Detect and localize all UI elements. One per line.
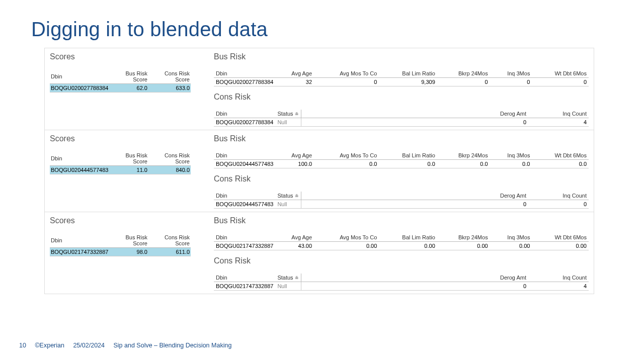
- col-derog-amt[interactable]: Derog Amt: [301, 274, 528, 282]
- col-wt-dbt-6mos[interactable]: Wt Dbt 6Mos: [532, 151, 589, 160]
- col-derog-amt[interactable]: Derog Amt: [301, 110, 528, 118]
- col-inq-count[interactable]: Inq Count: [528, 192, 589, 200]
- table-row[interactable]: BOQGU020444577483 11.0 840.0: [50, 166, 191, 174]
- sort-icon: ≞: [295, 276, 299, 281]
- cell: 0: [490, 78, 532, 86]
- cell-dbin: BOQGU020444577483: [214, 160, 275, 168]
- session-title: Sip and Solve – Blending Decision Making: [113, 342, 231, 349]
- scores-heading: Scores: [50, 216, 211, 225]
- col-inq-3mos[interactable]: Inq 3Mos: [490, 69, 532, 78]
- col-bal-lim-ratio[interactable]: Bal Lim Ratio: [379, 233, 437, 242]
- data-panel: Scores Dbin Bus Risk Score Cons Risk Sco…: [45, 48, 594, 130]
- busrisk-table: Dbin Avg Age Avg Mos To Co Bal Lim Ratio…: [214, 233, 589, 250]
- copyright: ©Experian: [35, 342, 64, 349]
- table-row[interactable]: BOQGU020444577483 100.0 0.0 0.0 0.0 0.0 …: [214, 160, 589, 168]
- consrisk-table: Dbin Status ≞ Derog Amt Inq Count BOQGU0…: [214, 110, 589, 127]
- cell-bus-score: 11.0: [109, 166, 148, 174]
- col-avg-age[interactable]: Avg Age: [275, 151, 314, 160]
- cell: 0.00: [314, 242, 379, 250]
- cell-bus-score: 62.0: [109, 84, 148, 93]
- scores-table: Dbin Bus Risk Score Cons Risk Score BOQG…: [50, 69, 191, 93]
- cell: 0: [301, 200, 528, 209]
- col-wt-dbt-6mos[interactable]: Wt Dbt 6Mos: [532, 69, 589, 78]
- consrisk-heading: Cons Risk: [214, 256, 589, 265]
- col-dbin[interactable]: Dbin: [214, 69, 275, 78]
- panels-container: Scores Dbin Bus Risk Score Cons Risk Sco…: [44, 48, 594, 294]
- col-avg-mos-to-co[interactable]: Avg Mos To Co: [314, 233, 379, 242]
- cell-dbin: BOQGU021747332887: [214, 282, 275, 291]
- table-row[interactable]: BOQGU020444577483 Null 0 0: [214, 200, 589, 209]
- col-inq-3mos[interactable]: Inq 3Mos: [490, 233, 532, 242]
- cell-dbin: BOQGU021747332887: [50, 248, 109, 256]
- col-bus-risk-score[interactable]: Bus Risk Score: [109, 69, 148, 84]
- page-number: 10: [19, 342, 26, 349]
- sort-icon: ≞: [295, 194, 299, 199]
- col-inq-count[interactable]: Inq Count: [528, 110, 589, 118]
- cell: 0: [301, 282, 528, 291]
- col-dbin[interactable]: Dbin: [214, 110, 275, 118]
- col-dbin[interactable]: Dbin: [50, 69, 109, 84]
- table-row[interactable]: BOQGU021747332887 43.00 0.00 0.00 0.00 0…: [214, 242, 589, 250]
- col-wt-dbt-6mos[interactable]: Wt Dbt 6Mos: [532, 233, 589, 242]
- busrisk-table: Dbin Avg Age Avg Mos To Co Bal Lim Ratio…: [214, 69, 589, 86]
- table-row[interactable]: BOQGU020027788384 32 0 9,309 0 0 0: [214, 78, 589, 86]
- cell-dbin: BOQGU020027788384: [50, 84, 109, 93]
- col-derog-amt[interactable]: Derog Amt: [301, 192, 528, 200]
- cell: 0.00: [532, 242, 589, 250]
- col-bus-risk-score[interactable]: Bus Risk Score: [109, 233, 148, 248]
- col-dbin[interactable]: Dbin: [214, 192, 275, 200]
- cell: 0.0: [379, 160, 437, 168]
- cell-dbin: BOQGU020027788384: [214, 118, 275, 127]
- cell: 0.0: [314, 160, 379, 168]
- cell: 0.0: [532, 160, 589, 168]
- col-bkrp-24mos[interactable]: Bkrp 24Mos: [437, 233, 490, 242]
- col-bal-lim-ratio[interactable]: Bal Lim Ratio: [379, 69, 437, 78]
- cell: 0.00: [490, 242, 532, 250]
- sort-icon: ≞: [295, 112, 299, 117]
- col-inq-3mos[interactable]: Inq 3Mos: [490, 151, 532, 160]
- col-bal-lim-ratio[interactable]: Bal Lim Ratio: [379, 151, 437, 160]
- col-status[interactable]: Status ≞: [275, 274, 301, 282]
- col-status[interactable]: Status ≞: [275, 110, 301, 118]
- cell: 0.0: [490, 160, 532, 168]
- col-cons-risk-score[interactable]: Cons Risk Score: [148, 233, 191, 248]
- cell-cons-score: 633.0: [148, 84, 191, 93]
- cell-bus-score: 98.0: [109, 248, 148, 256]
- cell: 4: [528, 282, 589, 291]
- busrisk-heading: Bus Risk: [214, 134, 589, 143]
- cell-cons-score: 840.0: [148, 166, 191, 174]
- busrisk-heading: Bus Risk: [214, 52, 589, 61]
- col-dbin[interactable]: Dbin: [214, 233, 275, 242]
- table-row[interactable]: BOQGU020027788384 Null 0 4: [214, 118, 589, 127]
- cell: 0: [528, 200, 589, 209]
- col-status[interactable]: Status ≞: [275, 192, 301, 200]
- date: 25/02/2024: [73, 342, 105, 349]
- col-dbin[interactable]: Dbin: [50, 233, 109, 248]
- col-avg-age[interactable]: Avg Age: [275, 233, 314, 242]
- table-row[interactable]: BOQGU021747332887 98.0 611.0: [50, 248, 191, 256]
- col-dbin[interactable]: Dbin: [214, 151, 275, 160]
- cell: 100.0: [275, 160, 314, 168]
- busrisk-table: Dbin Avg Age Avg Mos To Co Bal Lim Ratio…: [214, 151, 589, 168]
- scores-heading: Scores: [50, 52, 211, 61]
- col-avg-age[interactable]: Avg Age: [275, 69, 314, 78]
- cell: 0: [301, 118, 528, 127]
- cell-cons-score: 611.0: [148, 248, 191, 256]
- col-dbin[interactable]: Dbin: [50, 151, 109, 166]
- col-avg-mos-to-co[interactable]: Avg Mos To Co: [314, 69, 379, 78]
- col-cons-risk-score[interactable]: Cons Risk Score: [148, 69, 191, 84]
- col-bkrp-24mos[interactable]: Bkrp 24Mos: [437, 69, 490, 78]
- col-bkrp-24mos[interactable]: Bkrp 24Mos: [437, 151, 490, 160]
- cell-dbin: BOQGU021747332887: [214, 242, 275, 250]
- col-inq-count[interactable]: Inq Count: [528, 274, 589, 282]
- col-avg-mos-to-co[interactable]: Avg Mos To Co: [314, 151, 379, 160]
- cell-status: Null: [275, 200, 301, 209]
- table-row[interactable]: BOQGU020027788384 62.0 633.0: [50, 84, 191, 93]
- cell-dbin: BOQGU020027788384: [214, 78, 275, 86]
- consrisk-table: Dbin Status ≞ Derog Amt Inq Count BOQGU0…: [214, 192, 589, 209]
- col-bus-risk-score[interactable]: Bus Risk Score: [109, 151, 148, 166]
- cell-dbin: BOQGU020444577483: [214, 200, 275, 209]
- col-dbin[interactable]: Dbin: [214, 274, 275, 282]
- col-cons-risk-score[interactable]: Cons Risk Score: [148, 151, 191, 166]
- table-row[interactable]: BOQGU021747332887 Null 0 4: [214, 282, 589, 291]
